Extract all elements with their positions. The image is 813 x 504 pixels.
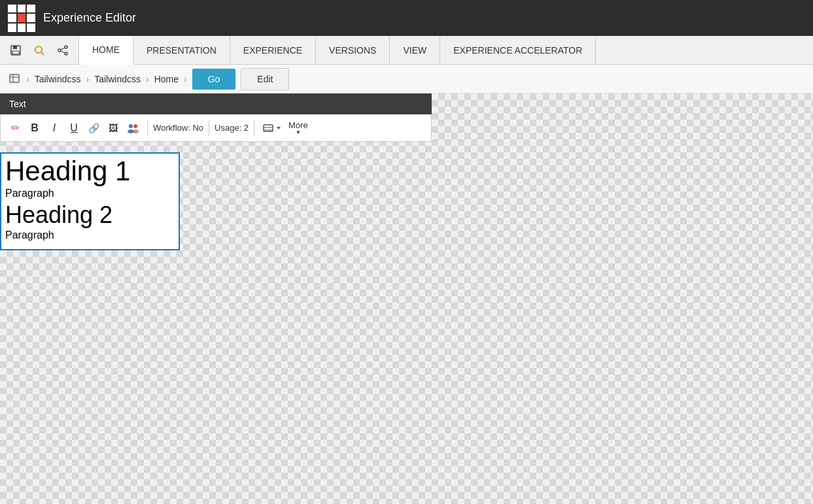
separator-1: [147, 120, 148, 136]
breadcrumb-sep-3: ›: [146, 74, 149, 84]
logo-cell-9: [27, 24, 35, 32]
underline-btn[interactable]: U: [65, 119, 83, 137]
nav-icon-group: [0, 36, 79, 64]
content-box[interactable]: Heading 1 Paragraph Heading 2 Paragraph: [0, 152, 180, 250]
person-btn[interactable]: [124, 119, 142, 137]
svg-point-3: [35, 46, 42, 53]
tab-presentation[interactable]: PRESENTATION: [133, 36, 230, 64]
app-title: Experience Editor: [43, 11, 136, 25]
separator-2: [209, 120, 209, 136]
svg-point-5: [65, 46, 67, 48]
logo-cell-1: [8, 5, 16, 13]
tab-view[interactable]: VIEW: [390, 36, 440, 64]
breadcrumb-sep-1: ›: [26, 74, 29, 84]
tab-home[interactable]: HOME: [79, 36, 133, 65]
logo-cell-3: [27, 5, 35, 13]
heading1: Heading 1: [5, 156, 175, 186]
svg-line-4: [41, 52, 44, 55]
image-btn[interactable]: 🖼: [104, 119, 122, 137]
search-icon: [33, 44, 45, 56]
link-btn[interactable]: 🔗: [84, 119, 103, 137]
tab-experience-accelerator[interactable]: EXPERIENCE ACCELERATOR: [440, 36, 596, 64]
svg-point-6: [58, 49, 61, 52]
canvas-area: Text ✏ B I U 🔗 🖼: [0, 93, 813, 504]
more-label: More: [288, 120, 308, 130]
paragraph1: Paragraph: [5, 188, 175, 199]
more-chevron-icon: ▼: [296, 130, 301, 135]
panel-header: Text: [0, 93, 432, 114]
panel-title: Text: [9, 99, 26, 109]
workflow-label: Workflow: No: [153, 123, 203, 133]
logo-cell-6: [27, 14, 35, 22]
svg-rect-1: [13, 46, 17, 49]
italic-btn[interactable]: I: [45, 119, 63, 137]
pencil-tool-btn[interactable]: ✏: [6, 119, 24, 137]
svg-line-8: [61, 48, 65, 50]
logo-cell-8: [18, 24, 26, 32]
more-btn[interactable]: More ▼: [286, 119, 311, 137]
svg-marker-20: [277, 127, 281, 129]
breadcrumb-home-icon: [8, 71, 21, 87]
search-icon-btn[interactable]: [29, 40, 50, 61]
bold-btn[interactable]: B: [26, 119, 44, 137]
breadcrumb-sep-4: ›: [184, 74, 187, 84]
breadcrumb-item-1: Tailwindcss: [35, 74, 81, 84]
svg-rect-10: [10, 75, 19, 82]
separator-3: [254, 120, 254, 136]
breadcrumb-bar: › Tailwindcss › Tailwindcss › Home › Go …: [0, 65, 813, 93]
panel-toolbar: ✏ B I U 🔗 🖼: [0, 114, 432, 142]
svg-rect-2: [12, 51, 19, 54]
breadcrumb-item-2: Tailwindcss: [94, 74, 141, 84]
app-logo: [8, 5, 35, 32]
logo-cell-2: [18, 5, 26, 13]
heading2: Heading 2: [5, 202, 175, 228]
svg-point-13: [129, 124, 133, 128]
share-icon: [57, 44, 69, 56]
dropdown-icon: [262, 122, 274, 134]
top-bar: Experience Editor: [0, 0, 813, 36]
text-editor-panel: Text ✏ B I U 🔗 🖼: [0, 93, 432, 142]
main-area: Text ✏ B I U 🔗 🖼: [0, 93, 813, 504]
svg-point-15: [133, 124, 137, 128]
logo-cell-7: [8, 24, 16, 32]
logo-cell-4: [8, 14, 16, 22]
nav-tabs: HOME PRESENTATION EXPERIENCE VERSIONS VI…: [0, 36, 813, 65]
usage-label: Usage: 2: [215, 123, 249, 133]
save-icon: [10, 44, 22, 56]
edit-button[interactable]: Edit: [241, 68, 289, 90]
tab-versions[interactable]: VERSIONS: [316, 36, 390, 64]
paragraph2: Paragraph: [5, 229, 175, 241]
share-icon-btn[interactable]: [52, 40, 73, 61]
breadcrumb-sep-2: ›: [86, 74, 89, 84]
svg-point-7: [65, 52, 67, 55]
svg-point-16: [132, 129, 139, 133]
svg-line-9: [61, 51, 65, 53]
breadcrumb-item-3: Home: [154, 74, 179, 84]
tab-experience[interactable]: EXPERIENCE: [230, 36, 316, 64]
dropdown-btn[interactable]: [260, 121, 285, 135]
logo-cell-5: [18, 14, 26, 22]
save-icon-btn[interactable]: [5, 40, 26, 61]
go-button[interactable]: Go: [192, 69, 236, 90]
chevron-down-icon: [275, 125, 282, 131]
